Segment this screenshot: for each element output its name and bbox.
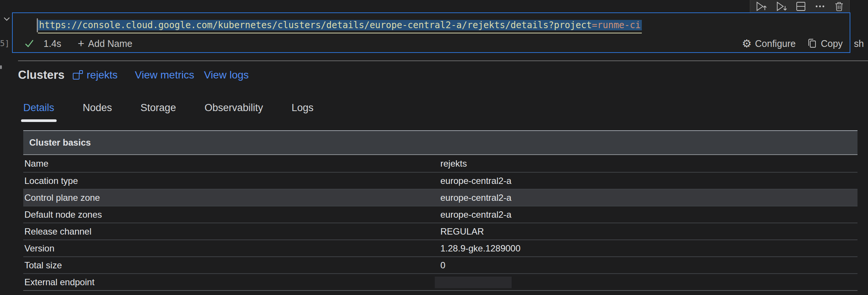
view-logs-link[interactable]: View logs xyxy=(204,69,249,81)
tab-label: Details xyxy=(23,102,54,113)
cell-collapse-button[interactable] xyxy=(3,17,11,23)
breadcrumb-clusters-link[interactable]: Clusters xyxy=(18,68,65,82)
row-label: Total size xyxy=(23,260,62,271)
row-label: Location type xyxy=(23,176,78,186)
table-row: External endpoint xyxy=(23,273,857,290)
tab-label: Nodes xyxy=(83,102,112,113)
output-separator xyxy=(18,60,868,61)
cell-toolbar xyxy=(750,0,850,13)
table-row: Version1.28.9-gke.1289000 xyxy=(23,239,857,256)
plus-icon: + xyxy=(78,38,84,49)
tab-nodes[interactable]: Nodes xyxy=(82,101,113,122)
text-selection: https://console.cloud.google.com/kuberne… xyxy=(38,20,642,30)
play-down-icon xyxy=(775,1,788,12)
more-actions-button[interactable] xyxy=(814,1,826,12)
configure-label: Configure xyxy=(755,38,796,49)
tab-observability[interactable]: Observability xyxy=(204,101,264,122)
copy-label: Copy xyxy=(821,38,842,49)
language-picker[interactable]: sh xyxy=(854,38,864,49)
url-editor-line[interactable]: https://console.cloud.google.com/kuberne… xyxy=(38,18,642,33)
row-label: External endpoint xyxy=(23,277,95,287)
table-row: Control plane zoneeurope-central2-a xyxy=(23,189,857,206)
notebook-page: 5] https://console.cloud.google.com/kube… xyxy=(0,0,868,295)
section-header-label: Cluster basics xyxy=(29,137,91,148)
table-row: Location typeeurope-central2-a xyxy=(23,172,857,189)
row-label: Name xyxy=(23,158,48,169)
cluster-name-link[interactable]: rejekts xyxy=(72,69,117,81)
row-value: europe-central2-a xyxy=(440,193,511,203)
chevron-down-icon xyxy=(3,17,11,21)
row-value: 1.28.9-gke.1289000 xyxy=(440,243,521,254)
row-value: 0 xyxy=(440,260,445,271)
language-label: sh xyxy=(854,38,864,49)
gutter-dot xyxy=(0,65,2,69)
row-label: Default node zones xyxy=(23,209,102,220)
view-metrics-link[interactable]: View metrics xyxy=(135,69,194,81)
tab-bar: DetailsNodesStorageObservabilityLogs xyxy=(23,101,314,122)
url-param-text: =runme-ci xyxy=(592,20,641,30)
tab-storage[interactable]: Storage xyxy=(140,101,177,122)
row-label: Control plane zone xyxy=(23,193,100,203)
cell-status-bar-right: ⚙ Configure Copy sh xyxy=(742,36,864,51)
delete-cell-button[interactable] xyxy=(833,1,845,12)
play-up-icon xyxy=(755,1,767,12)
trash-icon xyxy=(833,1,845,12)
configure-button[interactable]: ⚙ Configure xyxy=(742,38,796,49)
copy-button[interactable]: Copy xyxy=(807,38,842,49)
execution-duration: 1.4s xyxy=(44,38,61,49)
row-value: europe-central2-a xyxy=(440,176,511,186)
cluster-details-table: Cluster basics NamerejektsLocation typee… xyxy=(23,130,857,291)
tab-details[interactable]: Details xyxy=(23,101,55,122)
table-row: Namerejekts xyxy=(23,155,857,172)
execute-below-button[interactable] xyxy=(775,1,788,12)
tab-label: Logs xyxy=(291,102,314,113)
cluster-icon xyxy=(72,69,83,81)
cluster-name-label: rejekts xyxy=(87,69,117,81)
row-value: rejekts xyxy=(440,158,467,169)
split-cell-button[interactable] xyxy=(795,1,806,12)
cell-status-bar-left: 1.4s + Add Name xyxy=(24,36,132,51)
text-cursor xyxy=(37,18,38,32)
url-text: https://console.cloud.google.com/kuberne… xyxy=(39,20,592,30)
table-section-header: Cluster basics xyxy=(23,130,857,155)
tab-logs[interactable]: Logs xyxy=(291,101,314,122)
table-row: Total size0 xyxy=(23,256,857,273)
copy-icon xyxy=(807,38,817,49)
breadcrumb: Clusters rejekts View metrics View logs xyxy=(18,67,249,83)
tab-label: Observability xyxy=(204,102,263,113)
row-label: Release channel xyxy=(23,226,92,237)
table-row: Release channelREGULAR xyxy=(23,223,857,239)
row-value: europe-central2-a xyxy=(440,209,511,220)
execution-count-label: 5] xyxy=(0,39,9,48)
row-value: REGULAR xyxy=(440,226,484,237)
ellipsis-icon xyxy=(814,1,826,12)
table-row: Default node zoneseurope-central2-a xyxy=(23,206,857,223)
success-check-icon xyxy=(24,39,35,48)
add-name-button[interactable]: + Add Name xyxy=(78,38,132,49)
tab-label: Storage xyxy=(141,102,176,113)
table-body: NamerejektsLocation typeeurope-central2-… xyxy=(23,155,857,291)
gear-icon: ⚙ xyxy=(742,38,752,49)
active-tab-indicator xyxy=(21,119,57,122)
execute-above-button[interactable] xyxy=(755,1,767,12)
split-cell-icon xyxy=(795,1,806,12)
row-label: Version xyxy=(23,243,54,254)
add-name-label: Add Name xyxy=(88,38,132,49)
value-loading-skeleton xyxy=(435,277,512,288)
